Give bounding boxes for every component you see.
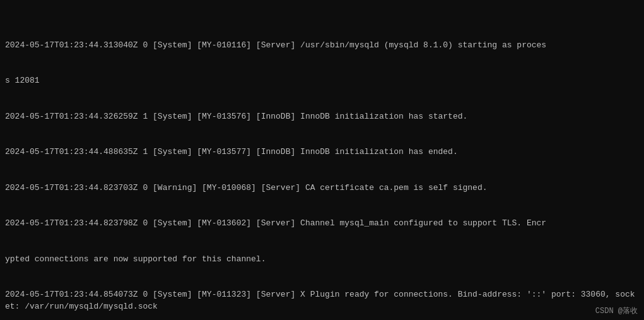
log-line-8: 2024-05-17T01:23:44.854073Z 0 [System] [… [5,289,639,313]
log-line-7: ypted connections are now supported for … [5,254,639,266]
watermark: CSDN @落收 [595,305,638,316]
log-line-3: 2024-05-17T01:23:44.326259Z 1 [System] [… [5,111,639,123]
log-line-2: s 12081 [5,75,639,87]
log-line-5: 2024-05-17T01:23:44.823703Z 0 [Warning] … [5,182,639,194]
log-line-1: 2024-05-17T01:23:44.313040Z 0 [System] [… [5,40,639,52]
terminal-content: 2024-05-17T01:23:44.313040Z 0 [System] [… [5,4,639,320]
terminal-window: 2024-05-17T01:23:44.313040Z 0 [System] [… [0,0,644,320]
log-line-4: 2024-05-17T01:23:44.488635Z 1 [System] [… [5,146,639,158]
log-line-6: 2024-05-17T01:23:44.823798Z 0 [System] [… [5,218,639,230]
